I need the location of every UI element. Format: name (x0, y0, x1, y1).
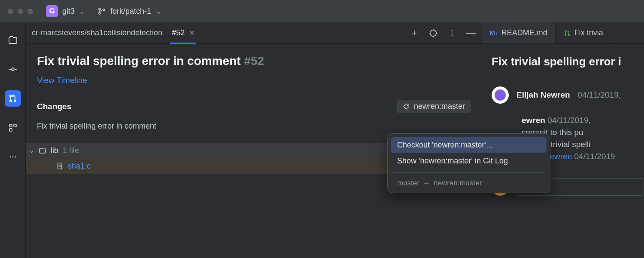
rail-more-icon[interactable] (5, 149, 21, 165)
author-name: Elijah Newren (516, 90, 570, 100)
workspace-selector[interactable]: G git3 ⌄ (46, 5, 85, 17)
ctx-show-in-git-log[interactable]: Show 'newren:master' in Git Log (391, 153, 547, 169)
focus-icon[interactable] (428, 28, 438, 38)
editor-tabs: cr-marcstevens/sha1collisiondetection #5… (26, 22, 482, 44)
branch-context-menu: Checkout 'newren:master'... Show 'newren… (387, 133, 550, 193)
source-branch-chip[interactable]: newren:master (397, 100, 471, 113)
svg-point-10 (9, 157, 11, 158)
kebab-icon[interactable] (447, 28, 457, 38)
file-name: sha1.c (68, 162, 91, 171)
details-title: Fix trivial spelling error i (492, 55, 644, 68)
tab-pr-details[interactable]: Fix trivia (556, 22, 611, 43)
pr-number: #52 (244, 54, 264, 68)
branch-chip-label: newren:master (414, 102, 465, 111)
workspace-badge: G (46, 5, 58, 17)
dir-count: 1 file (63, 146, 79, 155)
svg-point-12 (15, 157, 16, 158)
minimize-panel-icon[interactable]: — (466, 28, 476, 38)
tab-readme[interactable]: M↓ README.md (482, 22, 556, 43)
svg-point-17 (407, 105, 408, 106)
chevron-down-icon: ⌄ (155, 6, 162, 16)
tab-pr-52[interactable]: #52 ✕ (172, 22, 194, 43)
add-tab-icon[interactable]: + (410, 28, 419, 38)
editor-area: cr-marcstevens/sha1collisiondetection #5… (26, 22, 482, 258)
svg-point-14 (452, 30, 453, 31)
changes-heading: Changes (37, 102, 71, 111)
ctx-checkout-branch[interactable]: Checkout 'newren:master'... (391, 137, 547, 153)
separator (393, 172, 545, 173)
svg-point-13 (430, 30, 437, 36)
branch-icon (97, 7, 106, 15)
file-icon (56, 162, 64, 170)
workspace-name: git3 (62, 7, 75, 16)
avatar[interactable] (492, 86, 509, 104)
tag-icon (403, 103, 410, 111)
svg-point-16 (452, 35, 453, 36)
svg-point-11 (12, 157, 13, 158)
dir-name: lib (51, 146, 58, 155)
close-dot-icon[interactable] (8, 9, 13, 14)
window-controls[interactable] (8, 9, 33, 14)
folder-icon (39, 147, 46, 154)
zoom-dot-icon[interactable] (27, 9, 33, 14)
branch-name: fork/patch-1 (110, 7, 151, 16)
activity-author-row: Elijah Newren 04/11/2019, (492, 86, 644, 104)
breadcrumb[interactable]: cr-marcstevens/sha1collisiondetection (32, 28, 162, 37)
details-tabs: M↓ README.md Fix trivia (482, 22, 644, 44)
view-timeline-link[interactable]: View Timeline (37, 76, 471, 85)
ctx-merge-direction: master ← newren:master (391, 176, 547, 189)
titlebar: G git3 ⌄ fork/patch-1 ⌄ (0, 0, 644, 22)
rail-project-icon[interactable] (5, 32, 21, 48)
rail-pull-requests-icon[interactable] (5, 90, 21, 107)
svg-rect-9 (9, 129, 12, 131)
arrow-left-icon: ← (423, 179, 430, 187)
chevron-down-icon: ⌄ (79, 7, 85, 15)
pr-content: Fix trivial spelling error in comment #5… (26, 44, 482, 131)
pull-request-icon (563, 29, 571, 37)
chevron-down-icon: ⌄ (29, 147, 34, 154)
markdown-icon: M↓ (490, 30, 498, 37)
svg-rect-7 (9, 124, 12, 127)
branch-selector[interactable]: fork/patch-1 ⌄ (97, 6, 162, 16)
commit-message: Fix trivial spelling error in comment (37, 122, 471, 131)
close-icon[interactable]: ✕ (189, 29, 194, 37)
activity-date: 04/11/2019, (578, 90, 621, 100)
svg-point-15 (452, 32, 453, 33)
rail-commit-icon[interactable] (5, 61, 21, 77)
pr-title: Fix trivial spelling error in comment #5… (37, 54, 471, 68)
tab-label: #52 (172, 28, 185, 37)
svg-rect-8 (14, 124, 16, 127)
tool-rail (0, 22, 26, 258)
minimize-dot-icon[interactable] (18, 9, 23, 14)
rail-structure-icon[interactable] (5, 120, 21, 136)
